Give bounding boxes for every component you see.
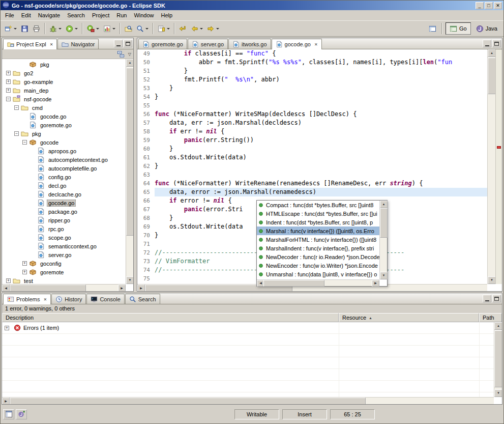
expander-minus-icon[interactable]: − [14, 131, 19, 136]
tree-item-goremote[interactable]: +goremote [2, 268, 126, 276]
open-perspective-button[interactable] [427, 22, 438, 35]
tree-item-scope-go[interactable]: scope.go [2, 233, 126, 242]
tab-project-expl[interactable]: Project Expl✕ [3, 39, 57, 49]
completion-marshalindent[interactable]: MarshalIndent : func(v interface{}, pref… [257, 244, 379, 252]
collapse-all-button[interactable] [116, 50, 126, 58]
maximize-view-button[interactable] [492, 40, 501, 47]
code-line-58[interactable]: 58 if err != nil { [137, 127, 487, 136]
code-line-56[interactable]: 56func (*NiceFormatter) WriteSMap(declde… [137, 110, 487, 119]
debug-button[interactable] [47, 22, 64, 35]
coverage-button[interactable] [101, 22, 117, 35]
scroll-down-icon[interactable]: ▼ [494, 389, 502, 397]
column-header-description[interactable]: Description [2, 313, 339, 322]
expander-minus-icon[interactable]: − [22, 140, 27, 145]
tab-goremote-go[interactable]: goremote.go [138, 39, 187, 49]
column-header-path[interactable]: Path [479, 313, 502, 322]
tree-item-apropos-go[interactable]: apropos.go [2, 147, 126, 155]
expander-plus-icon[interactable]: + [6, 278, 11, 283]
menu-help[interactable]: Help [158, 11, 176, 19]
completion-marshalforhtml[interactable]: MarshalForHTML : func(v interface{}) ([]… [257, 235, 379, 244]
tree-item-config-go[interactable]: config.go [2, 173, 126, 181]
maximize-view-button[interactable] [124, 40, 132, 47]
completion-compact[interactable]: Compact : func(dst *bytes.Buffer, src []… [257, 201, 379, 209]
tab-server-go[interactable]: server.go [188, 39, 228, 49]
dropdown-arrow-icon[interactable] [14, 28, 17, 30]
tree-item-pkg[interactable]: pkg [2, 60, 126, 69]
scrollbar-thumb[interactable] [10, 398, 366, 404]
code-line-49[interactable]: 49 if classes[i] == "func" { [137, 49, 487, 58]
code-line-52[interactable]: 52 fmt.Printf(" %s\n", abbr) [137, 75, 487, 84]
code-line-61[interactable]: 61 os.Stdout.Write(data) [137, 153, 487, 162]
explorer-horizontal-scrollbar[interactable]: ◀ ▶ [2, 284, 126, 291]
tree-item-test[interactable]: +test [2, 276, 126, 284]
code-line-53[interactable]: 53 } [137, 84, 487, 93]
perspective-java-button[interactable]: Java [472, 22, 501, 35]
dropdown-arrow-icon[interactable] [200, 28, 203, 30]
code-line-54[interactable]: 54} [137, 93, 487, 101]
code-line-63[interactable]: 63 [137, 171, 487, 179]
scrollbar-thumb[interactable] [494, 330, 502, 387]
completion-marshal[interactable]: Marshal : func(v interface{}) ([]uint8, … [257, 227, 379, 235]
menu-edit[interactable]: Edit [18, 11, 35, 19]
tree-item-goconfig[interactable]: +goconfig [2, 259, 126, 268]
problems-horizontal-scrollbar[interactable]: ◀ ▶ [2, 397, 494, 404]
dropdown-arrow-icon[interactable] [96, 28, 99, 30]
tab-history[interactable]: History [51, 294, 86, 304]
tree-item-gocode[interactable]: −gocode [2, 138, 126, 147]
menu-file[interactable]: File [2, 11, 18, 19]
maximize-view-button[interactable] [492, 295, 501, 302]
code-line-60[interactable]: 60 } [137, 145, 487, 153]
error-annotation-mark[interactable] [497, 146, 501, 149]
tab-navigator[interactable]: Navigator [57, 39, 99, 49]
forward-button[interactable] [205, 22, 221, 35]
expander-plus-icon[interactable]: + [22, 270, 27, 274]
popup-horizontal-scrollbar[interactable]: ◀ ▶ [257, 279, 379, 286]
tree-item-semanticcontext-go[interactable]: semanticcontext.go [2, 242, 126, 250]
tree-item-decl-go[interactable]: decl.go [2, 181, 126, 190]
completion-newencoder[interactable]: NewEncoder : func(w io.Writer) *json.Enc… [257, 261, 379, 270]
tree-item-go-example[interactable]: +go-example [2, 77, 126, 86]
code-line-57[interactable]: 57 data, err := json.Marshal(decldescs) [137, 119, 487, 127]
run-external-tools-button[interactable] [85, 22, 101, 35]
scrollbar-thumb[interactable] [488, 58, 496, 94]
tree-item-gocode-go[interactable]: gocode.go [2, 199, 126, 207]
code-line-64[interactable]: 64func (*NiceFormatter) WriteRename(rena… [137, 179, 487, 188]
scrollbar-thumb[interactable] [10, 285, 86, 291]
completion-newdecoder[interactable]: NewDecoder : func(r io.Reader) *json.Dec… [257, 252, 379, 261]
expander-minus-icon[interactable]: − [6, 97, 11, 101]
tree-item-go2[interactable]: +go2 [2, 69, 126, 77]
dropdown-arrow-icon[interactable] [216, 28, 219, 30]
tab-console[interactable]: Console [86, 294, 124, 304]
menu-navigate[interactable]: Navigate [35, 11, 64, 19]
tree-item-server-go[interactable]: server.go [2, 250, 126, 259]
problems-vertical-scrollbar[interactable]: ▲ ▼ [494, 322, 502, 397]
maximize-window-button[interactable]: □ [485, 2, 493, 9]
expander-plus-icon[interactable]: + [6, 79, 11, 84]
expander-minus-icon[interactable]: − [14, 105, 19, 110]
dropdown-arrow-icon[interactable] [112, 28, 115, 30]
tree-item-rpc-go[interactable]: rpc.go [2, 224, 126, 233]
tree-item-declcache-go[interactable]: declcache.go [2, 190, 126, 199]
tree-item-pkg[interactable]: −pkg [2, 129, 126, 138]
code-line-50[interactable]: 50 abbr = fmt.Sprintf("%s %s%s", classes… [137, 58, 487, 67]
search-button[interactable] [134, 22, 151, 35]
completion-htmlescape[interactable]: HTMLEscape : func(dst *bytes.Buffer, src… [257, 209, 379, 218]
tree-item-gocode-go[interactable]: gocode.go [2, 112, 126, 121]
minimize-view-button[interactable] [114, 40, 123, 47]
annotations-button[interactable] [156, 22, 172, 35]
scroll-up-icon[interactable]: ▲ [380, 201, 388, 208]
tree-item-goremote-go[interactable]: goremote.go [2, 121, 126, 129]
print-button[interactable] [31, 22, 42, 35]
title-bar[interactable]: Go - nsf-gocode/src/pkg/gocode/gocode.go… [1, 1, 503, 10]
editor-vertical-scrollbar[interactable]: ▲ ▼ [487, 49, 495, 284]
code-line-51[interactable]: 51 } [137, 67, 487, 75]
minimize-view-button[interactable] [483, 40, 491, 47]
tree-item-ripper-go[interactable]: ripper.go [2, 216, 126, 224]
scroll-down-icon[interactable]: ▼ [126, 276, 133, 284]
expander-plus-icon[interactable]: + [6, 88, 11, 93]
scroll-right-icon[interactable]: ▶ [137, 285, 145, 291]
expander-plus-icon[interactable]: + [22, 261, 27, 266]
explorer-vertical-scrollbar[interactable]: ▲ ▼ [126, 59, 133, 284]
scroll-down-icon[interactable]: ▼ [488, 276, 496, 284]
menu-run[interactable]: Run [113, 11, 130, 19]
